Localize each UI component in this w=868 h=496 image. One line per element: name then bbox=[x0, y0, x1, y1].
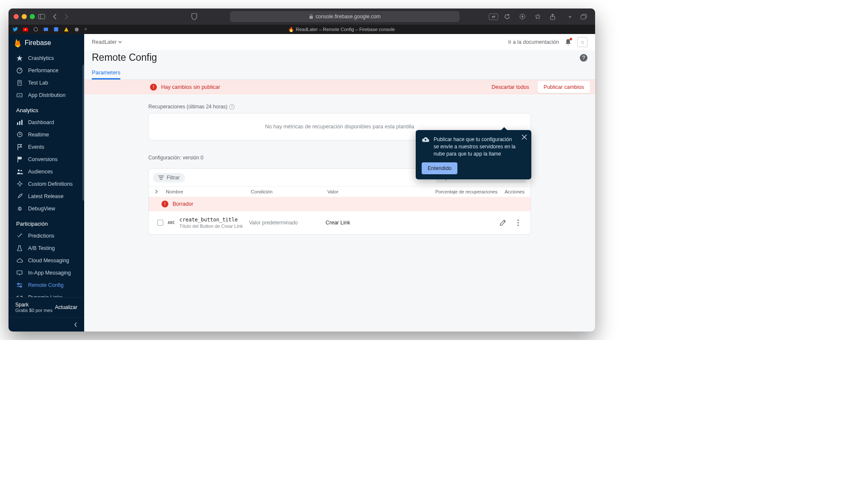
ab-icon bbox=[16, 245, 23, 252]
sidebar-item-label: Audiences bbox=[28, 169, 53, 175]
sidebar-item-label: Crashlytics bbox=[28, 55, 54, 61]
app: Firebase Crashlytics Performance Test La… bbox=[9, 34, 595, 332]
svg-point-20 bbox=[20, 286, 22, 287]
filter-button[interactable]: Filtrar bbox=[153, 173, 185, 182]
sidebar-item-debugview[interactable]: DebugView bbox=[9, 202, 84, 215]
content: ! Hay cambios sin publicar Descartar tod… bbox=[84, 80, 595, 332]
draft-banner: ! Borrador bbox=[149, 197, 530, 211]
downloads-icon[interactable] bbox=[519, 14, 529, 20]
sidebar-item-cloudmsg[interactable]: Cloud Messaging bbox=[9, 254, 84, 266]
svg-point-16 bbox=[20, 170, 22, 171]
close-window-icon[interactable] bbox=[14, 14, 19, 19]
topbar: ReadLater Ir a la documentación ▢ bbox=[84, 34, 595, 50]
reload-icon[interactable] bbox=[504, 14, 513, 20]
sidebar-item-audiences[interactable]: Audiences bbox=[9, 165, 84, 178]
cloud-icon bbox=[16, 257, 23, 264]
flask-icon bbox=[16, 79, 23, 86]
url-bar[interactable]: console.firebase.google.com bbox=[230, 11, 460, 22]
sidebar-collapse-button[interactable] bbox=[9, 317, 84, 332]
col-name[interactable]: Nombre bbox=[166, 189, 251, 194]
tabs-icon[interactable] bbox=[581, 14, 590, 20]
type-badge: ABC bbox=[166, 221, 177, 225]
sidebar-item-predictions[interactable]: Predictions bbox=[9, 230, 84, 242]
docs-link[interactable]: Ir a la documentación bbox=[508, 39, 559, 45]
sidebar-item-performance[interactable]: Performance bbox=[9, 64, 84, 77]
pinned-tab[interactable] bbox=[51, 26, 61, 33]
sidebar-item-label: Remote Config bbox=[28, 282, 63, 288]
pinned-tab-youtube[interactable] bbox=[20, 26, 31, 33]
sidebar-item-crashlytics[interactable]: Crashlytics bbox=[9, 52, 84, 64]
forward-icon[interactable] bbox=[65, 14, 74, 20]
publish-changes-button[interactable]: Publicar cambios bbox=[538, 81, 590, 93]
notifications-button[interactable] bbox=[565, 39, 571, 46]
spark-title: Spark bbox=[15, 302, 52, 308]
crashlytics-icon bbox=[16, 55, 23, 62]
row-checkbox[interactable] bbox=[155, 220, 166, 226]
table-row[interactable]: ABC create_button_title Título del Butto… bbox=[149, 211, 530, 234]
unpublished-banner: ! Hay cambios sin publicar Descartar tod… bbox=[84, 80, 595, 94]
svg-point-28 bbox=[517, 224, 519, 226]
sidebar-item-appdist[interactable]: App Distribution bbox=[9, 89, 84, 101]
lock-icon bbox=[309, 14, 313, 19]
sidebar-item-dashboard[interactable]: Dashboard bbox=[9, 116, 84, 128]
sidebar: Firebase Crashlytics Performance Test La… bbox=[9, 34, 84, 332]
share-icon[interactable] bbox=[550, 14, 559, 20]
tab-close-icon[interactable]: × bbox=[82, 26, 90, 32]
active-tab[interactable]: 🔥 ReadLater – Remote Config – Firebase c… bbox=[90, 27, 593, 32]
back-icon[interactable] bbox=[53, 14, 62, 20]
warning-icon: ! bbox=[150, 84, 157, 91]
spark-plan: Spark Gratis $0 por mes Actualizar bbox=[9, 297, 84, 317]
new-tab-icon[interactable]: + bbox=[565, 14, 575, 20]
sidebar-item-inappmsg[interactable]: In-App Messaging bbox=[9, 266, 84, 279]
sidebar-item-customdef[interactable]: Custom Definitions bbox=[9, 178, 84, 190]
sidebar-item-abtesting[interactable]: A/B Testing bbox=[9, 242, 84, 254]
edit-button[interactable] bbox=[496, 216, 509, 229]
sidebar-item-label: Test Lab bbox=[28, 80, 48, 86]
pinned-tab[interactable] bbox=[41, 26, 51, 33]
spark-upgrade-button[interactable]: Actualizar bbox=[55, 304, 77, 310]
popover-ok-button[interactable]: Entendido bbox=[422, 162, 457, 174]
sidebar-item-dynamiclinks[interactable]: Dynamic Links bbox=[9, 291, 84, 297]
row-more-button[interactable] bbox=[512, 216, 525, 229]
sidebar-item-conversions[interactable]: Conversions bbox=[9, 153, 84, 165]
svg-point-26 bbox=[517, 219, 519, 221]
traffic-lights bbox=[14, 14, 35, 19]
pinned-tab[interactable] bbox=[31, 26, 41, 33]
tab-parameters[interactable]: Parameters bbox=[92, 67, 120, 79]
col-actions: Acciones bbox=[499, 189, 525, 194]
maximize-window-icon[interactable] bbox=[30, 14, 35, 19]
firebase-favicon-icon: 🔥 bbox=[288, 27, 294, 32]
sidebar-brand[interactable]: Firebase bbox=[9, 34, 84, 52]
main: ReadLater Ir a la documentación ▢ Remote… bbox=[84, 34, 595, 332]
bookmark-icon[interactable] bbox=[535, 14, 544, 20]
sidebar-item-testlab[interactable]: Test Lab bbox=[9, 77, 84, 89]
project-selector[interactable]: ReadLater bbox=[92, 39, 122, 45]
param-name: create_button_title bbox=[179, 217, 249, 223]
filter-icon bbox=[158, 176, 164, 180]
info-icon[interactable]: ? bbox=[229, 104, 235, 110]
pinned-tab-twitter[interactable] bbox=[10, 26, 20, 33]
expand-all-button[interactable] bbox=[155, 190, 166, 194]
sidebar-item-latestrelease[interactable]: Latest Release bbox=[9, 190, 84, 202]
pinned-tab[interactable] bbox=[61, 26, 71, 33]
sidebar-item-realtime[interactable]: Realtime bbox=[9, 128, 84, 141]
message-icon bbox=[16, 269, 23, 276]
tab-strip: × 🔥 ReadLater – Remote Config – Firebase… bbox=[9, 25, 595, 34]
sidebar-section-participacion[interactable]: Participación bbox=[9, 215, 84, 230]
translate-icon[interactable]: ⇄ bbox=[489, 14, 498, 20]
sidebar-item-remoteconfig[interactable]: Remote Config bbox=[9, 279, 84, 291]
help-button[interactable]: ? bbox=[580, 54, 587, 62]
flag-solid-icon bbox=[16, 156, 23, 163]
sidebar-item-label: In-App Messaging bbox=[28, 270, 71, 276]
fetches-empty-text: No hay métricas de recuperación disponib… bbox=[265, 124, 414, 130]
pinned-tab[interactable] bbox=[71, 26, 82, 33]
discard-all-button[interactable]: Descartar todos bbox=[487, 82, 534, 93]
popover-close-button[interactable] bbox=[522, 134, 527, 140]
svg-rect-11 bbox=[17, 122, 18, 125]
sidebar-toggle-icon[interactable] bbox=[38, 14, 48, 19]
sidebar-section-analytics[interactable]: Analytics bbox=[9, 101, 84, 116]
sidebar-item-events[interactable]: Events bbox=[9, 141, 84, 153]
shield-icon[interactable] bbox=[191, 13, 201, 20]
minimize-window-icon[interactable] bbox=[22, 14, 27, 19]
avatar[interactable]: ▢ bbox=[577, 37, 587, 47]
